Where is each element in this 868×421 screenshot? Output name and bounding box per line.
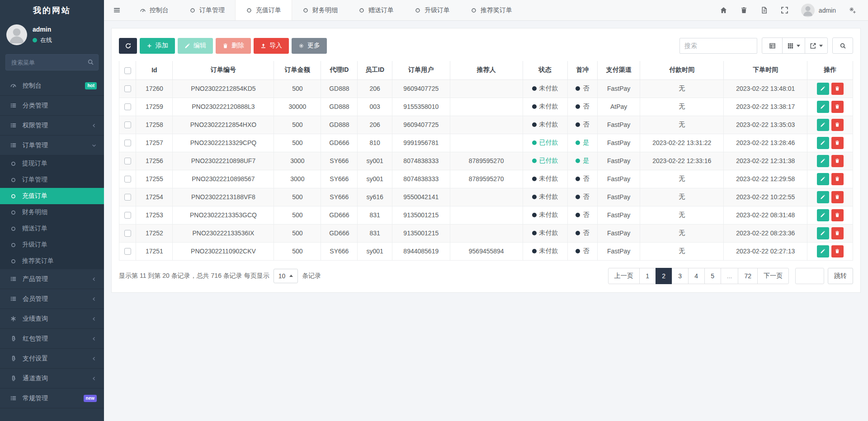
row-checkbox[interactable] [124, 122, 131, 128]
row-checkbox[interactable] [124, 158, 131, 164]
page-size-dropdown[interactable]: 10 [274, 269, 298, 283]
row-edit-button[interactable] [817, 191, 829, 203]
row-edit-button[interactable] [817, 155, 829, 167]
row-checkbox[interactable] [124, 194, 131, 201]
cell-order_time: 2023-02-22 10:22:55 [724, 188, 807, 206]
row-delete-button[interactable] [831, 245, 844, 257]
export-button[interactable] [805, 37, 828, 54]
sidebar-subitem-2[interactable]: 充值订单 [0, 188, 104, 204]
row-delete-button[interactable] [831, 155, 844, 167]
row-checkbox-cell [119, 206, 136, 224]
row-checkbox[interactable] [124, 248, 131, 255]
upload-icon [260, 43, 266, 49]
cell-status: 未付款 [523, 242, 567, 260]
tab-1[interactable]: 订单管理 [179, 0, 235, 20]
sidebar-item-8[interactable]: 支付设置 [0, 349, 104, 369]
trash-icon [835, 248, 840, 254]
row-edit-button[interactable] [817, 245, 829, 257]
sidebar-item-0[interactable]: 控制台hot [0, 76, 104, 96]
trash-icon[interactable] [740, 6, 748, 14]
delete-button[interactable]: 删除 [216, 38, 251, 54]
page-number-button[interactable]: 4 [688, 268, 705, 284]
row-checkbox[interactable] [124, 140, 131, 146]
menu-search-input[interactable] [5, 54, 99, 70]
page-ellipsis: ... [721, 268, 739, 284]
page-prev-button[interactable]: 上一页 [608, 268, 640, 284]
sidebar-item-7[interactable]: 红包管理 [0, 329, 104, 349]
row-edit-button[interactable] [817, 119, 829, 131]
jump-page-input[interactable] [795, 268, 824, 284]
sidebar-subitem-0[interactable]: 提现订单 [0, 155, 104, 172]
grid-view-button[interactable] [782, 37, 805, 54]
tab-4[interactable]: 赠送订单 [348, 0, 404, 20]
more-button[interactable]: 更多 [292, 38, 327, 54]
edit-button[interactable]: 编辑 [178, 38, 213, 54]
page-number-button[interactable]: 1 [639, 268, 656, 284]
row-delete-button[interactable] [831, 173, 844, 185]
refresh-button[interactable] [119, 38, 137, 54]
row-delete-button[interactable] [831, 101, 844, 113]
row-checkbox[interactable] [124, 230, 131, 237]
list-icon [10, 395, 17, 402]
sidebar-subitem-5[interactable]: 升级订单 [0, 237, 104, 253]
row-checkbox[interactable] [124, 103, 131, 110]
page-number-button[interactable]: 3 [672, 268, 689, 284]
row-edit-button[interactable] [817, 137, 829, 149]
sidebar-item-2[interactable]: 权限管理 [0, 116, 104, 136]
home-icon[interactable] [720, 6, 727, 14]
pencil-icon [820, 122, 826, 127]
search-button[interactable] [832, 37, 853, 54]
sidebar-item-10[interactable]: 常规管理new [0, 388, 104, 408]
cell-pay_time: 2023-02-22 12:33:16 [640, 152, 724, 170]
hamburger-icon[interactable] [104, 0, 129, 20]
sidebar-subitem-6[interactable]: 推荐奖订单 [0, 253, 104, 269]
row-delete-button[interactable] [831, 227, 844, 239]
navbar-user[interactable]: admin [801, 4, 836, 17]
page-number-button[interactable]: 5 [704, 268, 721, 284]
sidebar-item-6[interactable]: 业绩查询 [0, 309, 104, 329]
first-charge-text: 否 [583, 175, 589, 182]
sidebar-subitem-1[interactable]: 订单管理 [0, 172, 104, 188]
row-delete-button[interactable] [831, 209, 844, 221]
sidebar-item-1[interactable]: 分类管理 [0, 96, 104, 116]
row-edit-button[interactable] [817, 209, 829, 221]
row-delete-button[interactable] [831, 191, 844, 203]
import-button[interactable]: 导入 [254, 38, 289, 54]
select-all-checkbox[interactable] [124, 67, 131, 74]
add-button[interactable]: 添加 [140, 38, 175, 54]
sidebar-subitem-3[interactable]: 财务明细 [0, 204, 104, 220]
row-delete-button[interactable] [831, 137, 844, 149]
toggle-columns-button[interactable] [762, 37, 783, 54]
row-checkbox[interactable] [124, 176, 131, 182]
tab-5[interactable]: 升级订单 [404, 0, 460, 20]
cell-staff_id: 206 [358, 116, 392, 134]
page-number-button[interactable]: 72 [738, 268, 758, 284]
tab-2[interactable]: 充值订单 [235, 0, 292, 20]
sidebar-item-9[interactable]: 通道查询 [0, 369, 104, 388]
cell-order_time: 2023-02-22 08:31:48 [724, 206, 807, 224]
sidebar-subitem-4[interactable]: 赠送订单 [0, 220, 104, 237]
row-edit-button[interactable] [817, 227, 829, 239]
tab-0[interactable]: 控制台 [129, 0, 179, 20]
sidebar-item-3[interactable]: 订单管理 [0, 136, 104, 155]
row-edit-button[interactable] [817, 173, 829, 185]
row-delete-button[interactable] [831, 83, 844, 95]
row-edit-button[interactable] [817, 101, 829, 113]
clear-cache-icon[interactable] [760, 6, 768, 14]
row-checkbox[interactable] [124, 212, 131, 219]
tab-6[interactable]: 推荐奖订单 [460, 0, 523, 20]
jump-button[interactable]: 跳转 [828, 268, 853, 284]
page-number-button[interactable]: 2 [656, 268, 672, 284]
page-next-button[interactable]: 下一页 [757, 268, 789, 284]
row-edit-button[interactable] [817, 83, 829, 95]
gears-icon[interactable] [849, 6, 856, 14]
app-root: 我的网站 admin 在线 控制台hot分类管理权限管理订单管理提现订单订单管理… [0, 0, 868, 421]
row-delete-button[interactable] [831, 119, 844, 131]
row-checkbox[interactable] [124, 85, 131, 92]
sidebar-item-4[interactable]: 产品管理 [0, 269, 104, 289]
top-navbar: 控制台订单管理充值订单财务明细赠送订单升级订单推荐奖订单 admin [104, 0, 868, 21]
tab-3[interactable]: 财务明细 [292, 0, 348, 20]
table-search-input[interactable] [679, 38, 757, 54]
sidebar-item-5[interactable]: 会员管理 [0, 289, 104, 309]
fullscreen-icon[interactable] [781, 6, 788, 14]
